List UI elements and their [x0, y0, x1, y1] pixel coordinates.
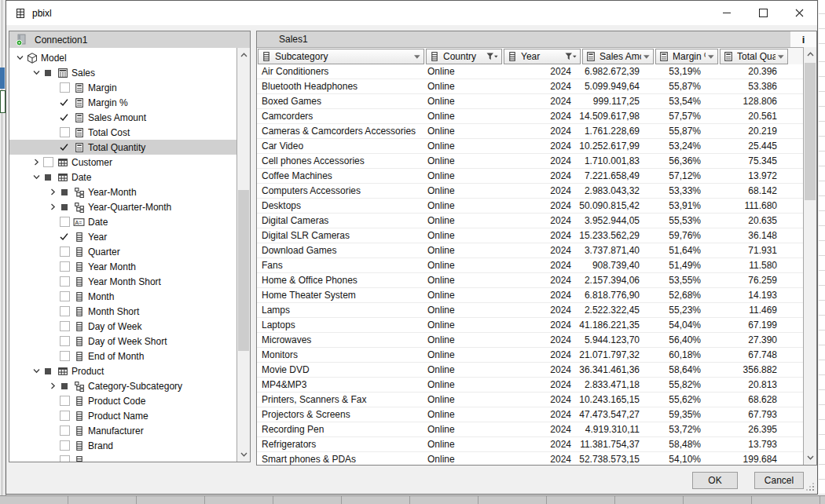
tree-item-year[interactable]: Year: [9, 229, 236, 244]
tree-item-end-of-month[interactable]: End of Month: [9, 349, 236, 363]
dropdown-arrow-icon[interactable]: [643, 54, 651, 60]
checkbox-partial[interactable]: [59, 202, 73, 213]
checkbox-unchecked[interactable]: [59, 411, 73, 422]
tree-item-row[interactable]: [9, 453, 236, 462]
checkbox-unchecked[interactable]: [59, 82, 73, 93]
scroll-up-arrow[interactable]: [804, 48, 816, 60]
tree-item-sales[interactable]: Sales: [9, 65, 236, 80]
tree-item-margin[interactable]: Margin: [9, 80, 236, 95]
checkbox-unchecked[interactable]: [59, 440, 73, 451]
column-header-row: SubcategoryCountryYearSales Amo...Margin…: [257, 48, 803, 65]
cancel-button[interactable]: Cancel: [754, 472, 804, 489]
close-button[interactable]: [781, 1, 817, 25]
column-header-total-quantity[interactable]: Total Qua...: [720, 49, 788, 64]
tree-scroll-thumb[interactable]: [238, 190, 249, 351]
resize-grip[interactable]: [805, 482, 815, 491]
checkbox-unchecked[interactable]: [59, 276, 73, 287]
checkbox-unchecked[interactable]: [59, 336, 73, 347]
connection-header[interactable]: Connection1: [9, 31, 250, 49]
tree-item-brand[interactable]: Brand: [9, 438, 236, 453]
tree-scrollbar[interactable]: [236, 48, 250, 462]
tree-item-product[interactable]: Product: [9, 363, 236, 378]
tree-item-year-month-short[interactable]: Year Month Short: [9, 274, 236, 289]
column-header-margin-pct[interactable]: Margin %: [655, 49, 718, 64]
scroll-down-arrow[interactable]: [237, 448, 250, 461]
checkbox-unchecked[interactable]: [59, 306, 73, 317]
column-header-year[interactable]: Year: [504, 49, 581, 64]
tree-item-sales-amount[interactable]: Sales Amount: [9, 110, 236, 125]
checkbox-checked[interactable]: [59, 232, 73, 243]
tree-item-customer[interactable]: Customer: [9, 155, 236, 170]
tree-item-product-code[interactable]: Product Code: [9, 393, 236, 408]
checkbox-unchecked[interactable]: [59, 396, 73, 407]
tree-item-date[interactable]: Date: [9, 170, 236, 184]
checkbox-partial[interactable]: [42, 366, 57, 377]
tree-item-year-month[interactable]: Year-Month: [9, 184, 236, 199]
checkbox-partial[interactable]: [59, 381, 73, 392]
tree-item-category-subcategory[interactable]: Category-Subcategory: [9, 378, 236, 393]
chevron-spacer: [47, 351, 59, 362]
checkbox-unchecked[interactable]: [59, 127, 73, 138]
checkbox-unchecked[interactable]: [59, 291, 73, 302]
chevron-down-icon[interactable]: [14, 53, 26, 64]
tree-item-model[interactable]: Model: [9, 50, 236, 65]
column-icon: [73, 425, 85, 436]
total-quantity-cell: 67.793: [712, 409, 780, 420]
scroll-down-arrow[interactable]: [804, 451, 816, 464]
tree-item-day-of-week-short[interactable]: Day of Week Short: [9, 334, 236, 349]
filter-icon[interactable]: [564, 52, 578, 61]
tree-item-total-cost[interactable]: Total Cost: [9, 125, 236, 140]
country-cell: Online: [424, 96, 500, 107]
margin-pct-cell: 54,04%: [649, 320, 712, 331]
checkbox-partial[interactable]: [42, 68, 57, 79]
maximize-button[interactable]: [745, 1, 781, 25]
checkbox-partial[interactable]: [59, 187, 73, 198]
tree-item-year-quarter-month[interactable]: Year-Quarter-Month: [9, 199, 236, 214]
chevron-down-icon[interactable]: [31, 68, 42, 79]
checkbox-unchecked[interactable]: [59, 247, 73, 257]
tree-item-month[interactable]: Month: [9, 289, 236, 304]
checkbox-partial[interactable]: [42, 172, 57, 183]
checkbox-unchecked[interactable]: [59, 425, 73, 436]
column-header-sales-amount[interactable]: Sales Amo...: [582, 49, 654, 64]
chevron-right-icon[interactable]: [47, 187, 59, 198]
dropdown-arrow-icon[interactable]: [777, 54, 785, 60]
tree-item-day-of-week[interactable]: Day of Week: [9, 319, 236, 334]
tree-item-total-quantity[interactable]: Total Quantity: [9, 140, 236, 155]
tree-item-date[interactable]: A=Date: [9, 214, 236, 229]
tree-item-year-month[interactable]: Year Month: [9, 259, 236, 274]
checkbox-unchecked[interactable]: [59, 217, 73, 228]
table-scrollbar[interactable]: [803, 47, 816, 465]
checkbox-checked[interactable]: [59, 112, 73, 123]
tree-item-manufacturer[interactable]: Manufacturer: [9, 423, 236, 438]
checkbox-unchecked[interactable]: [59, 455, 73, 462]
column-header-subcategory[interactable]: Subcategory: [258, 49, 424, 64]
dropdown-arrow-icon[interactable]: [707, 54, 715, 60]
margin-pct-cell: 57,57%: [649, 111, 712, 122]
chevron-right-icon[interactable]: [47, 202, 59, 213]
tree-item-product-name[interactable]: Product Name: [9, 408, 236, 423]
ok-button[interactable]: OK: [692, 472, 738, 489]
checkbox-checked[interactable]: [59, 142, 73, 153]
chevron-down-icon[interactable]: [31, 172, 42, 183]
country-cell: Online: [424, 394, 500, 405]
minimize-button[interactable]: [709, 1, 745, 25]
column-header-country[interactable]: Country: [426, 49, 502, 64]
dropdown-arrow-icon[interactable]: [413, 54, 421, 60]
scroll-up-arrow[interactable]: [237, 49, 250, 61]
chevron-right-icon[interactable]: [47, 381, 59, 392]
background-window-right-sliver: [819, 0, 825, 495]
tree-item-month-short[interactable]: Month Short: [9, 304, 236, 319]
info-icon[interactable]: i: [790, 31, 816, 47]
chevron-down-icon[interactable]: [31, 366, 42, 377]
tree-item-quarter[interactable]: Quarter: [9, 244, 236, 259]
checkbox-unchecked[interactable]: [42, 157, 57, 168]
tree-item-margin[interactable]: Margin %: [9, 95, 236, 110]
table-scroll-thumb[interactable]: [805, 63, 816, 200]
checkbox-checked[interactable]: [59, 97, 73, 108]
filter-icon[interactable]: [486, 52, 499, 61]
checkbox-unchecked[interactable]: [59, 351, 73, 362]
chevron-right-icon[interactable]: [31, 157, 42, 168]
checkbox-unchecked[interactable]: [59, 321, 73, 332]
checkbox-unchecked[interactable]: [59, 261, 73, 272]
